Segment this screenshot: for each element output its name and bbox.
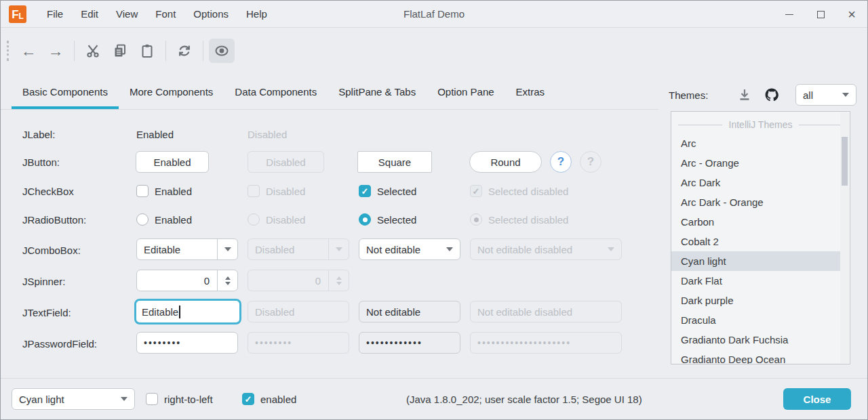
theme-item-dracula[interactable]: Dracula <box>671 310 850 330</box>
toolbar: ← → <box>1 28 867 73</box>
show-hidden-toggle-button[interactable] <box>209 39 235 63</box>
passwordfield-not-editable[interactable]: •••••••••••• <box>359 332 460 354</box>
scrollbar-thumb[interactable] <box>842 137 848 186</box>
close-button[interactable]: Close <box>783 388 851 410</box>
radio-enabled[interactable]: Enabled <box>136 213 192 226</box>
checkbox-icon <box>146 393 158 405</box>
lookandfeel-combobox[interactable]: Cyan light <box>12 388 135 410</box>
theme-item-carbon[interactable]: Carbon <box>671 212 850 232</box>
radio-selected-disabled: Selected disabled <box>470 213 568 226</box>
checkbox-checked-icon: ✓ <box>242 393 254 405</box>
theme-item-arc-orange[interactable]: Arc - Orange <box>671 153 850 173</box>
chevron-down-icon <box>224 247 231 251</box>
square-button[interactable]: Square <box>357 151 432 173</box>
radio-checked-icon <box>470 213 482 226</box>
theme-item-gradianto-dark-fuchsia[interactable]: Gradianto Dark Fuchsia <box>671 330 850 350</box>
chevron-down-icon <box>121 397 127 401</box>
jcombobox-row-label: JComboBox: <box>22 245 81 256</box>
textfield-not-editable-disabled: Not editable disabled <box>470 301 622 322</box>
spinner-up-icon <box>225 276 231 280</box>
tab-strip: Basic Components More Components Data Co… <box>12 77 658 109</box>
theme-group-header: IntelliJ Themes <box>671 116 850 133</box>
right-to-left-checkbox[interactable]: right-to-left <box>146 393 213 405</box>
combobox-not-editable-disabled: Not editable disabled <box>470 238 622 260</box>
checkbox-disabled: Disabled <box>248 185 305 197</box>
theme-item-dark-purple[interactable]: Dark purple <box>671 291 850 310</box>
checkbox-selected[interactable]: ✓Selected <box>359 185 416 197</box>
maximize-button[interactable] <box>805 1 836 28</box>
spinner-up-icon <box>336 276 342 280</box>
radio-disabled: Disabled <box>248 213 305 226</box>
jbutton-row-label: JButton: <box>22 156 60 168</box>
theme-item-arc[interactable]: Arc <box>671 133 850 153</box>
cut-button[interactable] <box>80 39 106 63</box>
download-themes-button[interactable] <box>733 83 756 106</box>
tab-underline-track <box>1 109 658 110</box>
checkbox-icon <box>248 185 260 197</box>
menu-edit[interactable]: Edit <box>72 1 107 28</box>
menu-font[interactable]: Font <box>146 1 184 28</box>
minimize-button[interactable] <box>774 1 805 28</box>
jlabel-enabled: Enabled <box>136 129 174 140</box>
back-button[interactable]: ← <box>16 39 41 63</box>
jradiobutton-row-label: JRadioButton: <box>22 214 86 226</box>
chevron-down-icon <box>446 247 453 251</box>
textfield-not-editable[interactable]: Not editable <box>359 301 460 322</box>
combobox-editable[interactable]: Editable <box>136 238 238 260</box>
themes-filter-combobox[interactable]: all <box>795 84 856 106</box>
github-button[interactable] <box>760 83 783 106</box>
tab-splitpane-tabs[interactable]: SplitPane & Tabs <box>328 77 427 109</box>
back-arrow-icon: ← <box>21 43 37 59</box>
theme-item-dark-flat[interactable]: Dark Flat <box>671 271 850 291</box>
window-title: FlatLaf Demo <box>403 1 465 28</box>
theme-item-arc-dark[interactable]: Arc Dark <box>671 173 850 192</box>
tab-extras[interactable]: Extras <box>505 77 556 109</box>
help-button[interactable]: ? <box>550 151 572 173</box>
tab-more-components[interactable]: More Components <box>119 77 224 109</box>
round-button[interactable]: Round <box>469 151 542 173</box>
paste-button[interactable] <box>134 39 160 63</box>
textfield-disabled: Disabled <box>248 301 349 322</box>
enabled-button[interactable]: Enabled <box>136 151 209 173</box>
tab-basic-components[interactable]: Basic Components <box>12 77 119 109</box>
checkbox-selected-disabled: ✓Selected disabled <box>470 185 568 197</box>
chevron-down-icon <box>842 93 849 97</box>
chevron-down-icon <box>336 247 342 251</box>
eye-icon <box>213 42 231 60</box>
flatlaf-logo-icon: FL <box>9 5 26 23</box>
tab-data-components[interactable]: Data Components <box>224 77 328 109</box>
minimize-icon <box>785 14 793 15</box>
menu-file[interactable]: File <box>38 1 72 28</box>
jspinner-row-label: JSpinner: <box>22 276 65 287</box>
paste-icon <box>139 43 155 59</box>
toolbar-grip-handle[interactable] <box>7 41 9 61</box>
refresh-icon <box>176 43 193 59</box>
combobox-not-editable[interactable]: Not editable <box>359 238 460 260</box>
copy-button[interactable] <box>107 39 133 63</box>
theme-item-gradianto-deep-ocean[interactable]: Gradianto Deep Ocean <box>671 350 850 364</box>
refresh-button[interactable] <box>172 39 197 63</box>
menu-view[interactable]: View <box>107 1 146 28</box>
checkbox-enabled[interactable]: Enabled <box>136 185 192 197</box>
theme-item-cobalt-2[interactable]: Cobalt 2 <box>671 232 850 251</box>
radio-icon <box>248 213 260 226</box>
enabled-checkbox[interactable]: ✓enabled <box>242 393 296 405</box>
spinner-enabled[interactable]: 0 <box>136 270 238 291</box>
textfield-editable[interactable]: Editable <box>134 299 241 324</box>
toolbar-separator <box>74 41 75 61</box>
scissors-icon <box>85 43 101 59</box>
passwordfield-enabled[interactable]: •••••••• <box>136 332 238 354</box>
jlabel-disabled: Disabled <box>248 129 287 140</box>
close-window-button[interactable]: × <box>836 1 867 28</box>
menu-options[interactable]: Options <box>184 1 237 28</box>
app-window: FL File Edit View Font Options Help Flat… <box>0 0 868 420</box>
theme-list-scrollbar[interactable] <box>840 112 849 363</box>
theme-item-cyan-light[interactable]: Cyan light <box>671 251 841 271</box>
forward-button[interactable]: → <box>43 39 68 63</box>
checkbox-checked-icon: ✓ <box>359 185 371 197</box>
radio-selected[interactable]: Selected <box>359 213 416 226</box>
theme-item-arc-dark-orange[interactable]: Arc Dark - Orange <box>671 192 850 212</box>
menu-help[interactable]: Help <box>237 1 276 28</box>
tab-option-pane[interactable]: Option Pane <box>427 77 505 109</box>
spinner-arrows[interactable] <box>217 270 237 291</box>
